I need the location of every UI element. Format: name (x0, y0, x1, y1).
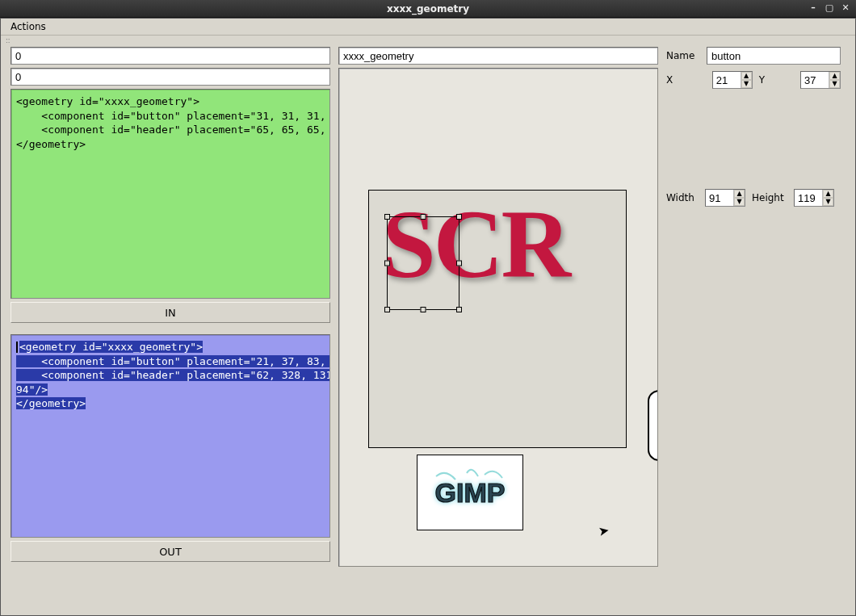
height-step-up[interactable]: ▲ (823, 190, 833, 198)
resize-handle-s[interactable] (421, 307, 426, 312)
name-input[interactable] (707, 47, 841, 65)
width-step-down[interactable]: ▼ (734, 198, 745, 206)
window-minimize-button[interactable]: – (808, 2, 819, 13)
window-close-button[interactable]: ✕ (840, 2, 851, 13)
svg-text:GIMP: GIMP (435, 477, 506, 508)
window-title: xxxx_geometry (387, 3, 469, 15)
width-label: Width (666, 192, 699, 203)
left-number-input-2[interactable] (10, 68, 330, 86)
y-step-down[interactable]: ▼ (829, 80, 840, 88)
y-spinbox[interactable]: ▲▼ (800, 71, 841, 89)
x-spinbox[interactable]: ▲▼ (712, 71, 753, 89)
toolbar-grip[interactable]: :: (1, 36, 855, 42)
xml-input-area[interactable]: <geometry id="xxxx_geometry"> <component… (10, 89, 330, 299)
resize-handle-n[interactable] (421, 214, 426, 220)
window-titlebar: xxxx_geometry – ▢ ✕ (0, 0, 856, 18)
out-button[interactable]: OUT (10, 541, 330, 562)
height-input[interactable] (795, 191, 822, 205)
layout-bounds[interactable]: SCR (368, 190, 627, 448)
resize-handle-e[interactable] (456, 261, 462, 266)
x-step-up[interactable]: ▲ (741, 72, 752, 80)
x-input[interactable] (713, 73, 741, 87)
cursor-icon: ➤ (597, 522, 611, 539)
height-spinbox[interactable]: ▲▼ (794, 189, 834, 207)
preview-canvas[interactable]: SCR GIMP (338, 68, 658, 567)
menubar: Actions (1, 19, 855, 36)
selection-rectangle[interactable] (387, 216, 459, 310)
image-thumbnail[interactable]: GIMP (417, 455, 523, 530)
y-step-up[interactable]: ▲ (829, 72, 840, 80)
width-spinbox[interactable]: ▲▼ (705, 189, 745, 207)
overflow-shape (648, 390, 658, 461)
resize-handle-se[interactable] (456, 307, 462, 312)
y-input[interactable] (801, 73, 829, 87)
resize-handle-nw[interactable] (384, 214, 390, 220)
height-label: Height (752, 192, 787, 203)
resize-handle-ne[interactable] (456, 214, 462, 220)
x-label: X (666, 74, 675, 86)
menu-actions[interactable]: Actions (6, 19, 51, 34)
resize-handle-w[interactable] (384, 261, 390, 266)
xml-output-area[interactable]: <geometry id="xxxx_geometry"> <component… (10, 334, 330, 538)
y-label: Y (759, 74, 766, 86)
x-step-down[interactable]: ▼ (741, 80, 752, 88)
width-input[interactable] (706, 191, 733, 205)
height-step-down[interactable]: ▼ (823, 198, 833, 206)
resize-handle-sw[interactable] (384, 307, 390, 312)
width-step-up[interactable]: ▲ (734, 190, 745, 198)
window-maximize-button[interactable]: ▢ (824, 2, 835, 13)
name-label: Name (666, 50, 700, 61)
in-button[interactable]: IN (10, 302, 330, 323)
left-number-input-1[interactable] (10, 47, 330, 65)
filename-input[interactable] (338, 47, 658, 65)
